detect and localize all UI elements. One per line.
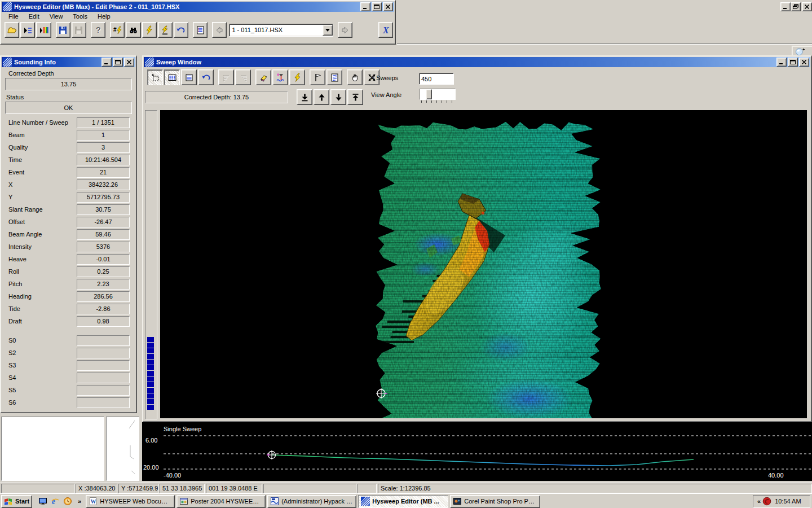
playlist-button[interactable]	[20, 22, 35, 38]
menu-file[interactable]: File	[6, 12, 21, 20]
pan-button[interactable]	[347, 69, 363, 85]
notes-button[interactable]	[326, 69, 342, 85]
task-button-hypack[interactable]: (Administrator) Hypack - ...	[267, 495, 356, 508]
profile-pane[interactable]: Single Sweep 6.00 20.00 -40.00 40.00	[142, 422, 812, 481]
help-button[interactable]	[91, 22, 105, 38]
antivirus-tray-icon[interactable]	[762, 497, 771, 506]
next-line-button[interactable]	[338, 22, 352, 38]
status-lon: 001 19 39.0488 E	[206, 484, 262, 493]
field-value: 5712795.73	[77, 192, 130, 203]
flag-button[interactable]	[310, 69, 325, 85]
task-button-hysweep-editor[interactable]: Hysweep Editor (MB ...	[358, 495, 448, 508]
sweep-apply-button[interactable]	[289, 69, 305, 85]
notes-icon	[330, 73, 339, 82]
save-button[interactable]	[56, 22, 70, 38]
sweep-minimize-button[interactable]	[776, 58, 787, 67]
lightning-icon	[293, 73, 302, 82]
select-box-button[interactable]	[147, 69, 163, 85]
combobox-dropdown-button[interactable]	[323, 25, 333, 36]
main-minimize-button[interactable]	[360, 2, 370, 11]
file-selector-combobox[interactable]: 1 - 011_1017.HSX	[229, 24, 333, 37]
find-event-icon	[113, 25, 122, 35]
last-sweep-button[interactable]	[347, 89, 363, 105]
file-selector-value: 1 - 011_1017.HSX	[230, 27, 322, 33]
main-close-button[interactable]	[383, 2, 393, 11]
sweeps-label: # Sweeps	[371, 75, 398, 81]
scheduler-icon[interactable]	[62, 496, 73, 507]
sweep-undo-button[interactable]	[198, 69, 214, 85]
undo-button[interactable]	[174, 22, 188, 38]
step-down-button[interactable]	[330, 89, 346, 105]
tray-collapse-chevron[interactable]: «	[757, 498, 761, 505]
field-value	[77, 335, 130, 346]
bg-close-button[interactable]	[802, 2, 812, 11]
sounding-close-button[interactable]	[124, 58, 134, 67]
start-button[interactable]: Start	[1, 495, 32, 508]
status-value: OK	[5, 102, 132, 114]
field-label: S5	[8, 387, 77, 393]
main-menubar: File Edit View Tools Help	[2, 12, 394, 21]
status-lat: 51 33 18.3965 N	[160, 484, 205, 493]
task-button-corel[interactable]: Corel Paint Shop Pro Phot...	[450, 495, 540, 508]
menu-view[interactable]: View	[47, 12, 65, 20]
field-value: 1	[77, 130, 130, 141]
field-label: Roll	[8, 268, 77, 275]
menu-help[interactable]: Help	[95, 12, 113, 20]
main-titlebar[interactable]: Hysweep Editor (MB Max) - Edit Phase 2 -…	[2, 2, 394, 12]
task-label: Corel Paint Shop Pro Phot...	[464, 498, 537, 505]
profile-ytick-bottom: 20.00	[143, 464, 159, 471]
sweep-close-button[interactable]	[799, 58, 809, 67]
internet-explorer-icon[interactable]	[50, 496, 61, 507]
sonar-view[interactable]	[160, 110, 807, 418]
sounding-titlebar[interactable]: Sounding Info	[2, 57, 135, 67]
menu-tools[interactable]: Tools	[70, 12, 90, 20]
beam-flag-squares	[147, 336, 155, 410]
slider-thumb[interactable]	[426, 89, 432, 99]
sweep-titlebar[interactable]: Sweep Window	[144, 57, 810, 67]
undo-icon	[201, 73, 211, 82]
fill-left-button[interactable]	[218, 69, 234, 85]
sounding-minimize-button[interactable]	[102, 58, 112, 67]
sweep-spreadsheet-button[interactable]	[181, 69, 197, 85]
field-value: -0.01	[77, 254, 130, 265]
mark-target-button[interactable]	[272, 69, 288, 85]
erase-button[interactable]	[255, 69, 271, 85]
status-cell-empty1	[1, 484, 74, 493]
apply-filter-button[interactable]	[158, 22, 173, 38]
find-event-button[interactable]	[110, 22, 125, 38]
slider-ticks	[421, 100, 455, 103]
find-button[interactable]	[126, 22, 140, 38]
color-scale-button[interactable]	[36, 22, 51, 38]
save-as-button[interactable]	[72, 22, 86, 38]
menu-edit[interactable]: Edit	[27, 12, 42, 20]
sweeps-input[interactable]	[419, 73, 454, 85]
open-button[interactable]	[5, 22, 19, 38]
task-button-hysweep-doc[interactable]: HYSWEEP Web Docume...	[86, 495, 175, 508]
select-sweeps-button[interactable]	[164, 69, 180, 85]
field-value	[77, 397, 130, 408]
exit-button[interactable]	[378, 22, 393, 38]
prev-line-button[interactable]	[212, 22, 227, 38]
eraser-icon	[259, 73, 268, 82]
field-label: Heave	[8, 256, 77, 262]
field-label: S0	[8, 337, 77, 344]
show-desktop-icon[interactable]	[37, 496, 48, 507]
main-maximize-button[interactable]	[372, 2, 382, 11]
quicklaunch-overflow-chevron[interactable]: »	[78, 498, 81, 505]
sounding-row: Beam Angle59.46	[2, 228, 135, 240]
step-up-button[interactable]	[314, 89, 329, 105]
bg-minimize-button[interactable]	[780, 2, 791, 11]
first-sweep-button[interactable]	[297, 89, 312, 105]
task-button-poster[interactable]: Poster 2004 HYSWEEPS...	[176, 495, 266, 508]
fill-right-button[interactable]	[235, 69, 251, 85]
sweep-maximize-button[interactable]	[788, 58, 798, 67]
save-icon	[58, 25, 68, 35]
bg-restore-button[interactable]	[791, 2, 801, 11]
edit-panel-left	[1, 417, 104, 481]
apply-edits-button[interactable]	[142, 22, 157, 38]
sounding-maximize-button[interactable]	[113, 58, 123, 67]
view-angle-slider[interactable]	[420, 89, 456, 100]
edit-panel-right	[106, 417, 139, 481]
field-label: X	[8, 181, 77, 188]
spreadsheet-button[interactable]	[193, 22, 208, 38]
